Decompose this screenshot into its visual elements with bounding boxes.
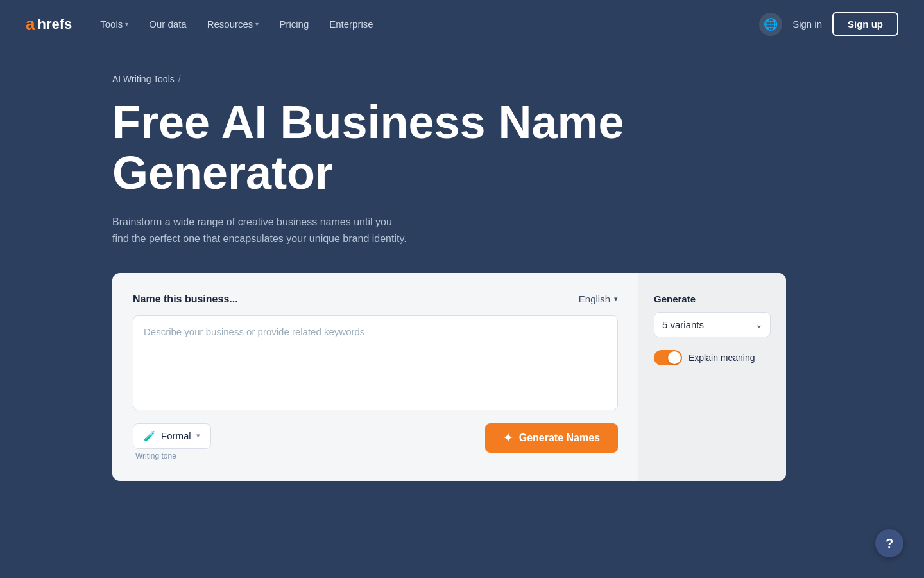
business-description-input[interactable] [133, 315, 618, 410]
breadcrumb-parent[interactable]: AI Writing Tools [112, 74, 175, 84]
nav-tools[interactable]: Tools ▾ [92, 13, 136, 35]
tool-card: Name this business... English ▾ 🧪 Formal… [112, 273, 786, 481]
globe-icon: 🌐 [764, 17, 778, 31]
toggle-knob [668, 351, 681, 364]
generate-label: Generate Names [519, 432, 600, 444]
generate-section-label: Generate [654, 293, 771, 304]
help-button[interactable]: ? [875, 529, 903, 557]
logo-text: hrefs [37, 16, 72, 33]
explain-toggle-row: Explain meaning [654, 350, 771, 365]
tone-button[interactable]: 🧪 Formal ▾ [133, 423, 211, 449]
chevron-down-icon: ▾ [125, 21, 128, 28]
nav-links: Tools ▾ Our data Resources ▾ Pricing Ent… [92, 13, 381, 35]
form-header: Name this business... English ▾ [133, 293, 618, 305]
breadcrumb-separator: / [178, 74, 181, 84]
nav-enterprise[interactable]: Enterprise [321, 13, 381, 35]
main-content: AI Writing Tools / Free AI Business Name… [0, 48, 924, 520]
tone-meta-label: Writing tone [133, 451, 211, 460]
sparkle-icon: ✦ [503, 431, 513, 445]
breadcrumb: AI Writing Tools / [112, 74, 898, 84]
navbar: ahrefs Tools ▾ Our data Resources ▾ Pric… [0, 0, 924, 48]
tool-card-left: Name this business... English ▾ 🧪 Formal… [112, 273, 638, 481]
tone-section: 🧪 Formal ▾ Writing tone [133, 423, 211, 460]
sign-in-link[interactable]: Sign in [792, 19, 822, 30]
tone-icon: 🧪 [144, 430, 156, 442]
nav-pricing[interactable]: Pricing [271, 13, 316, 35]
explain-meaning-label: Explain meaning [689, 353, 755, 363]
nav-resources[interactable]: Resources ▾ [200, 13, 267, 35]
language-select[interactable]: English ▾ [579, 293, 618, 304]
logo[interactable]: ahrefs [26, 14, 72, 34]
globe-button[interactable]: 🌐 [759, 13, 782, 36]
variants-wrapper: 5 variants 3 variants 10 variants [654, 312, 771, 337]
help-icon: ? [886, 536, 893, 551]
nav-our-data[interactable]: Our data [141, 13, 194, 35]
chevron-down-icon: ▾ [196, 432, 200, 440]
form-label: Name this business... [133, 293, 238, 305]
chevron-down-icon: ▾ [255, 21, 259, 28]
explain-meaning-toggle[interactable] [654, 350, 682, 365]
tool-card-right: Generate 5 variants 3 variants 10 varian… [638, 273, 786, 481]
generate-names-button[interactable]: ✦ Generate Names [485, 423, 618, 453]
form-footer: 🧪 Formal ▾ Writing tone ✦ Generate Names [133, 423, 618, 460]
language-value: English [579, 293, 610, 304]
variants-select[interactable]: 5 variants 3 variants 10 variants [654, 312, 771, 337]
sign-up-button[interactable]: Sign up [832, 12, 898, 36]
hero-description: Brainstorm a wide range of creative busi… [112, 214, 407, 247]
tone-value: Formal [161, 430, 191, 441]
logo-icon: a [26, 14, 35, 34]
page-title: Free AI Business Name Generator [112, 97, 690, 198]
chevron-down-icon: ▾ [614, 295, 618, 303]
nav-right: 🌐 Sign in Sign up [759, 12, 898, 36]
nav-left: ahrefs Tools ▾ Our data Resources ▾ Pric… [26, 13, 381, 35]
